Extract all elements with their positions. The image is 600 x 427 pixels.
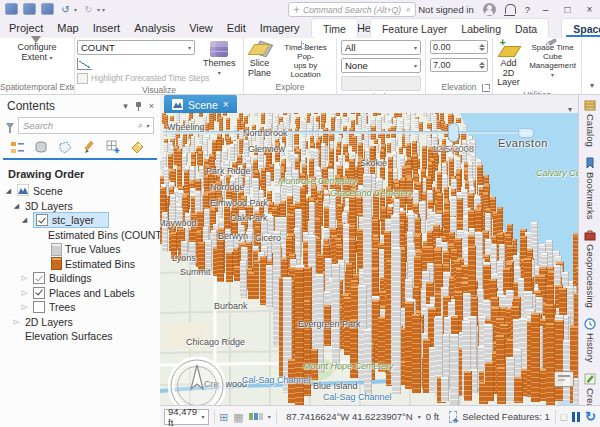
menu-tab-map[interactable]: Map: [50, 19, 85, 37]
snapping-icon[interactable]: [249, 413, 263, 420]
selected-features-count[interactable]: Selected Features: 1: [462, 411, 550, 422]
tree-item-2d-layers[interactable]: ▷2D Layers: [0, 315, 160, 330]
tree-item-buildings[interactable]: ▷Buildings: [0, 271, 160, 286]
list-by-selection-icon[interactable]: [58, 140, 73, 155]
time-slider-handle[interactable]: [448, 123, 459, 142]
save-icon[interactable]: [5, 3, 18, 15]
tree-expander-icon[interactable]: ▷: [12, 318, 21, 326]
elevation-exaggeration-spinner[interactable]: 7.00: [430, 58, 488, 72]
tree-expander-icon[interactable]: ◢: [20, 216, 29, 224]
undo-chevron-icon[interactable]: ▾: [74, 6, 77, 13]
elevation-offset-spinner[interactable]: 0.00: [430, 40, 488, 54]
layer-checkbox[interactable]: [36, 214, 48, 226]
highlight-forecasted-checkbox[interactable]: Highlight Forecasted Time Steps: [77, 73, 195, 84]
list-by-drawing-order-icon[interactable]: [10, 140, 25, 155]
add-data-icon[interactable]: [41, 3, 54, 15]
refresh-view-icon[interactable]: ↻: [585, 410, 596, 424]
undo-icon[interactable]: ↺: [59, 3, 72, 15]
add-grid-icon[interactable]: ⊞: [219, 411, 228, 423]
list-by-data-source-icon[interactable]: [34, 140, 49, 155]
list-by-labeling-icon[interactable]: [130, 140, 145, 155]
popup-pane-icon[interactable]: [554, 371, 574, 387]
account-avatar[interactable]: [483, 3, 496, 16]
tab-time[interactable]: Time: [316, 21, 353, 37]
grid-icon[interactable]: ▦: [233, 411, 243, 423]
tree-item-estimated-bins[interactable]: Estimated Bins: [0, 257, 160, 272]
menu-tab-project[interactable]: Project: [2, 19, 50, 37]
tab-scene[interactable]: Scene ×: [164, 95, 237, 114]
selected-features-icon[interactable]: [449, 411, 457, 423]
collapse-ribbon-icon[interactable]: ▾: [590, 81, 594, 90]
tree-item-stc-layer[interactable]: ◢stc_layer: [0, 213, 160, 228]
display-none-combo[interactable]: None▾: [341, 58, 421, 73]
menu-tab-imagery[interactable]: Imagery: [253, 19, 307, 37]
tab-feature-layer[interactable]: Feature Layer: [375, 21, 454, 37]
command-search-input[interactable]: Command Search (Alt+Q) ⌕: [288, 2, 416, 17]
chevron-down-icon[interactable]: ▾: [268, 413, 271, 420]
tab-space-time-cube[interactable]: Space Time Cube: [566, 21, 600, 37]
menu-tab-insert[interactable]: Insert: [86, 19, 128, 37]
tab-close-icon[interactable]: ×: [223, 99, 229, 110]
tree-expander-icon[interactable]: ▷: [20, 289, 29, 297]
dock-tab-geoprocessing[interactable]: Geoprocessing: [584, 229, 596, 308]
tree-item-trees[interactable]: ▷Trees: [0, 300, 160, 315]
variable-combo[interactable]: COUNT ▾: [77, 40, 195, 55]
tree-item-elevation-surfaces[interactable]: Elevation Surfaces: [0, 329, 160, 344]
display-all-combo[interactable]: All▾: [341, 40, 421, 55]
tree-expander-icon[interactable]: ◢: [12, 202, 21, 210]
dock-tab-bookmarks[interactable]: Bookmarks: [584, 157, 596, 220]
tree-item-places-and-labels[interactable]: ▷Places and Labels: [0, 286, 160, 301]
tree-item-true-values[interactable]: True Values: [0, 242, 160, 257]
stc-management-button[interactable]: Space Time Cube Management ▾: [526, 40, 579, 81]
panel-menu-chevron-icon[interactable]: ▾: [123, 101, 128, 111]
help-icon[interactable]: ?: [525, 4, 530, 15]
pause-drawing-icon[interactable]: [572, 412, 580, 422]
selected-layer-row[interactable]: stc_layer: [33, 212, 109, 228]
tree-item-scene[interactable]: ◢Scene: [0, 184, 160, 199]
contents-search-input[interactable]: Search ⌕ ▾: [18, 117, 154, 134]
list-by-snapping-icon[interactable]: [106, 140, 121, 155]
layer-checkbox[interactable]: [33, 301, 45, 313]
sign-in-status[interactable]: Not signed in: [418, 4, 473, 15]
time-series-chart-icon[interactable]: [77, 58, 92, 70]
configure-extent-button[interactable]: Configure Extent ▾: [15, 40, 58, 64]
notifications-icon[interactable]: [505, 4, 516, 14]
redo-chevron-icon[interactable]: ▾: [97, 6, 100, 13]
customize-qat-icon[interactable]: ▾: [102, 6, 105, 13]
dialog-launcher-icon[interactable]: [482, 84, 490, 92]
dock-tab-history[interactable]: History: [584, 318, 596, 363]
panel-close-icon[interactable]: ×: [149, 101, 154, 111]
themes-button[interactable]: Themes ▾: [201, 40, 238, 79]
redo-icon[interactable]: ↻: [82, 3, 95, 15]
tree-expander-icon[interactable]: ▷: [20, 303, 29, 311]
chevron-down-icon[interactable]: ▾: [146, 122, 149, 129]
dock-tab-catalog[interactable]: Catalog: [584, 99, 596, 147]
tab-data[interactable]: Data: [508, 21, 544, 37]
maximize-button[interactable]: □: [561, 4, 574, 15]
add-2d-layer-button[interactable]: + Add 2D Layer: [495, 40, 522, 89]
open-project-icon[interactable]: [23, 3, 36, 15]
close-button[interactable]: ×: [583, 4, 596, 15]
filter-icon[interactable]: [6, 123, 14, 129]
list-by-editing-icon[interactable]: [82, 140, 97, 155]
time-series-popups-button[interactable]: Time Series Pop- ups by Location: [277, 40, 334, 80]
map-scale-combo[interactable]: 94,479 ft ▾: [164, 409, 209, 425]
coordinates-readout[interactable]: 87.7416624°W 41.6223907°N: [286, 411, 412, 422]
menu-tab-view[interactable]: View: [182, 19, 220, 37]
compass-navigator[interactable]: [168, 357, 226, 405]
layer-checkbox[interactable]: [33, 287, 45, 299]
menu-tab-analysis[interactable]: Analysis: [127, 19, 182, 37]
tree-expander-icon[interactable]: ▷: [20, 274, 29, 282]
scene-view[interactable]: 12/5/2008 WheelingNorthbrookGlenviewEvan…: [160, 113, 578, 405]
minimize-button[interactable]: –: [539, 4, 552, 15]
attributes-pane-icon[interactable]: □: [560, 411, 567, 423]
tree-expander-icon[interactable]: ◢: [4, 187, 13, 195]
layer-checkbox[interactable]: [33, 272, 45, 284]
tree-item-estimated-bins-count-[interactable]: Estimated Bins (COUNT): [0, 228, 160, 243]
pin-icon[interactable]: [135, 102, 142, 111]
tab-labeling[interactable]: Labeling: [454, 21, 508, 37]
time-slider-track[interactable]: [164, 131, 532, 134]
slice-plane-button[interactable]: Slice Plane: [246, 40, 273, 79]
menu-tab-edit[interactable]: Edit: [220, 19, 253, 37]
chevron-down-icon[interactable]: ▾: [418, 413, 421, 420]
